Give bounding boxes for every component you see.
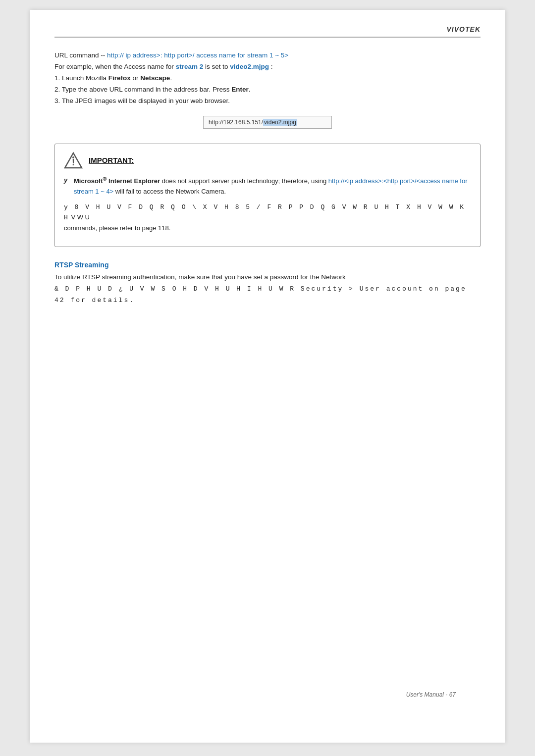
url-section: URL command -- http:// ip address>: http… [54,50,481,107]
bullet2-text: y 8 V H U V F D Q R Q O \ X V H 8 5 / F … [64,202,471,234]
svg-point-2 [72,156,74,158]
firefox-text: Firefox [108,74,131,82]
url-line2: For example, when the Access name for st… [54,61,481,73]
url-command: http:// ip address>: http port>/ access … [107,51,288,59]
colon-suffix: : [271,63,273,70]
is-set-to-text: is set to [205,63,230,70]
brand-name: VIVOTEK [447,25,481,33]
footer: User's Manual - 67 [406,691,456,698]
step2-line: 2. Type the above URL command in the add… [54,84,481,96]
important-box: ! IMPORTANT: y Microsoft® Internet Explo… [54,144,481,247]
important-body: y Microsoft® Internet Explorer does not … [64,175,471,234]
step1-end: . [170,74,172,82]
scrambled-line: y 8 V H U V F D Q R Q O \ X V H 8 5 / F … [64,203,465,222]
header-bar: VIVOTEK [54,25,481,38]
step2-prefix: 2. Type the above URL command in the add… [54,86,231,93]
browser-demo-box: http://192.168.5.151/video2.mjpg [203,116,332,129]
rtsp-body: To utilize RTSP streaming authentication… [54,272,481,306]
enter-text: Enter [231,86,249,93]
warning-icon: ! [64,151,83,170]
important-header: ! IMPORTANT: [64,151,471,170]
stream2-link: stream 2 [176,63,204,70]
netscape-text: Netscape [140,74,170,82]
browser-url-highlight: video2.mjpg [263,119,297,126]
scrambled-end: V W U [71,213,90,221]
microsoft-bold: Microsoft® Internet Explorer [74,177,160,185]
step1-line: 1. Launch Mozilla Firefox or Netscape. [54,73,481,84]
browser-url-prefix: http://192.168.5.151/ [209,119,263,126]
page-main: VIVOTEK URL command -- http:// ip addres… [54,25,481,708]
footer-text: User's Manual - 67 [406,691,456,698]
bullet1-text: Microsoft® Internet Explorer does not su… [74,175,471,197]
step3-line: 3. The JPEG images will be displayed in … [54,96,481,107]
step2-end: . [249,86,251,93]
page: VIVOTEK URL command -- http:// ip addres… [30,10,505,743]
url-line1: URL command -- http:// ip address>: http… [54,50,481,61]
rtsp-line1: To utilize RTSP streaming authentication… [54,273,346,281]
bullet-item-1: y Microsoft® Internet Explorer does not … [64,175,471,197]
bullet-item-2: y 8 V H U V F D Q R Q O \ X V H 8 5 / F … [64,202,471,234]
step1-prefix: 1. Launch Mozilla [54,74,108,82]
rtsp-line2-scrambled: & D P H U D ¿ U V W S O H D V H U H I H … [54,285,467,304]
video2-link: video2.mjpg [230,63,269,70]
url-prefix-text: URL command -- [54,51,107,59]
svg-text:!: ! [72,157,75,167]
for-example-prefix: For example, when the Access name for [54,63,176,70]
important-title: IMPORTANT: [89,156,134,164]
commands-ref: commands, please refer to page 118. [64,224,170,232]
rtsp-title: RTSP Streaming [54,261,481,269]
or-text: or [131,74,141,82]
rtsp-section: RTSP Streaming To utilize RTSP streaming… [54,261,481,306]
